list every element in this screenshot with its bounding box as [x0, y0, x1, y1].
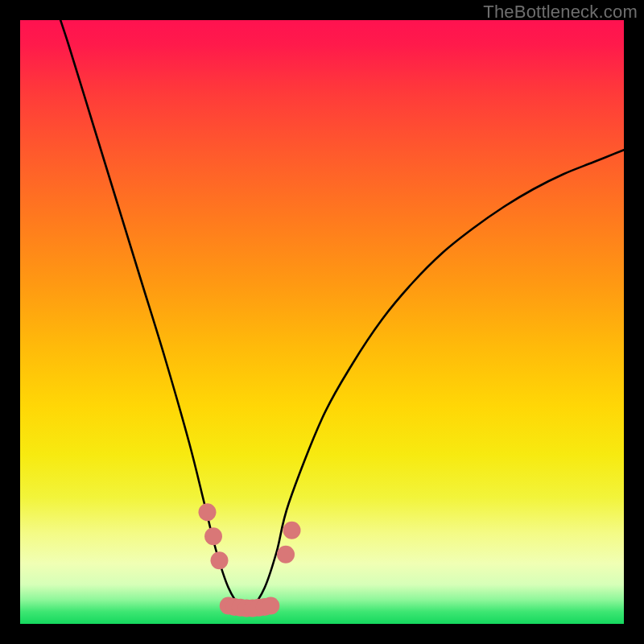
chart-frame: TheBottleneck.com [0, 0, 644, 644]
marker-dot [211, 551, 229, 569]
plot-area [20, 20, 624, 624]
marker-dot [283, 522, 301, 539]
marker-dot [199, 503, 217, 521]
watermark-text: TheBottleneck.com [483, 2, 638, 23]
marker-dot [277, 546, 295, 564]
marker-dot [262, 597, 279, 615]
chart-svg [20, 20, 624, 624]
marker-dot [204, 527, 222, 545]
gradient-background [20, 20, 624, 624]
